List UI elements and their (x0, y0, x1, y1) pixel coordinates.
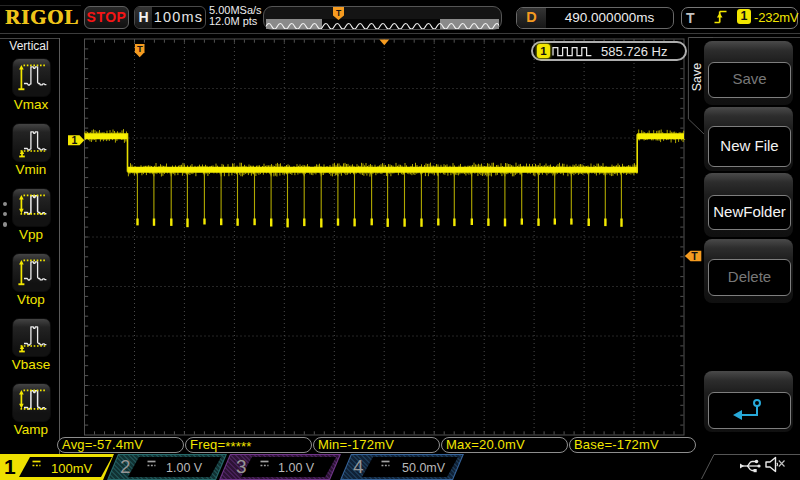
svg-text:T: T (137, 43, 143, 54)
svg-text:1: 1 (72, 134, 78, 146)
svg-text:T: T (691, 250, 698, 262)
